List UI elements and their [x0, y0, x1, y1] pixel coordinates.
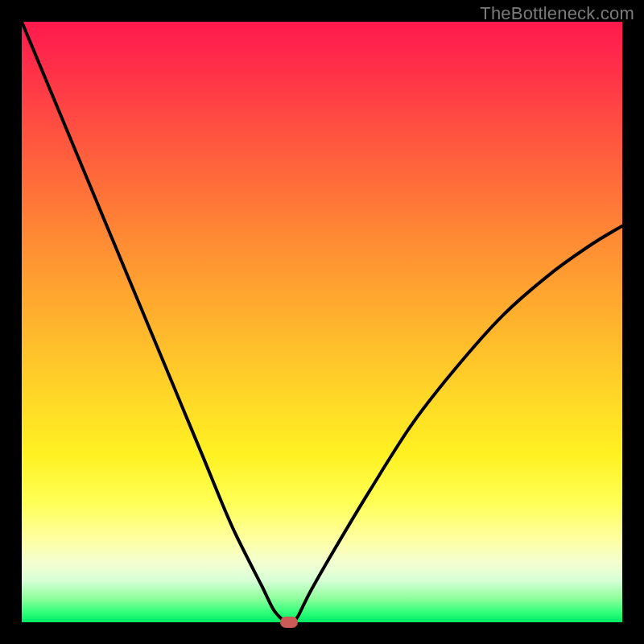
optimal-point-marker	[280, 617, 298, 628]
bottleneck-curve	[22, 22, 622, 622]
chart-frame: TheBottleneck.com	[0, 0, 644, 644]
plot-area	[22, 22, 622, 622]
watermark-text: TheBottleneck.com	[480, 3, 634, 24]
